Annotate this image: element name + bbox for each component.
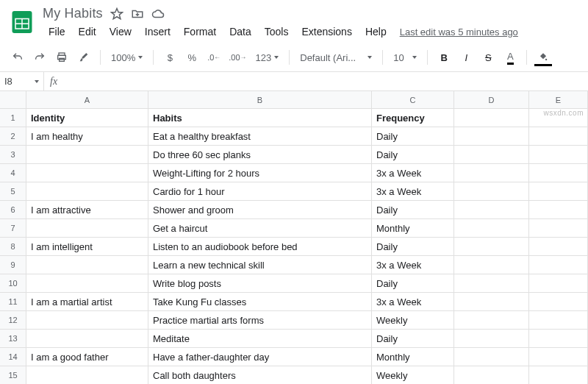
column-header[interactable]: A (26, 91, 148, 109)
cell[interactable] (454, 109, 529, 127)
cell[interactable] (454, 256, 529, 274)
cell[interactable]: Weekly (372, 311, 454, 330)
cell[interactable] (454, 366, 529, 384)
sheets-logo-icon[interactable] (9, 6, 35, 38)
row-header[interactable]: 3 (0, 146, 26, 164)
print-icon[interactable] (51, 48, 72, 67)
cell[interactable] (26, 256, 148, 274)
cell[interactable]: Daily (372, 238, 454, 256)
number-format-dropdown[interactable]: 123 (251, 48, 284, 67)
cell[interactable] (26, 164, 148, 182)
move-icon[interactable] (131, 7, 144, 21)
row-header[interactable]: 9 (0, 256, 26, 274)
row-header[interactable]: 1 (0, 109, 26, 127)
percent-button[interactable]: % (182, 48, 202, 67)
cell[interactable] (529, 366, 588, 384)
cell[interactable]: Monthly (372, 348, 454, 366)
spreadsheet-grid[interactable]: ABCDE1IdentityHabitsFrequency2I am healt… (0, 91, 588, 384)
cell[interactable]: Shower and groom (148, 201, 372, 219)
zoom-dropdown[interactable]: 100% (107, 48, 147, 67)
cell[interactable]: Daily (372, 274, 454, 293)
cell[interactable] (26, 219, 148, 238)
menu-view[interactable]: View (104, 23, 137, 40)
menu-data[interactable]: Data (223, 23, 257, 40)
cell[interactable]: Habits (148, 109, 372, 127)
font-size-dropdown[interactable]: 10 (389, 48, 421, 67)
row-header[interactable]: 10 (0, 274, 26, 293)
cell[interactable]: Daily (372, 330, 454, 348)
cell[interactable] (454, 293, 529, 311)
row-header[interactable]: 5 (0, 182, 26, 201)
last-edit-link[interactable]: Last edit was 5 minutes ago (400, 26, 518, 38)
cell[interactable]: I am attractive (26, 201, 148, 219)
cell[interactable]: 3x a Week (372, 256, 454, 274)
cell[interactable] (454, 311, 529, 330)
cell[interactable]: 3x a Week (372, 164, 454, 182)
row-header[interactable]: 14 (0, 348, 26, 366)
cell[interactable]: Eat a healthy breakfast (148, 127, 372, 146)
cell[interactable] (529, 127, 588, 146)
cell[interactable]: Do three 60 sec planks (148, 146, 372, 164)
cell[interactable]: Identity (26, 109, 148, 127)
cell[interactable]: Daily (372, 127, 454, 146)
cell[interactable] (529, 146, 588, 164)
cell[interactable] (529, 219, 588, 238)
cell[interactable] (26, 330, 148, 348)
cell[interactable]: Meditate (148, 330, 372, 348)
bold-button[interactable]: B (434, 48, 454, 67)
menu-edit[interactable]: Edit (73, 23, 102, 40)
cloud-status-icon[interactable] (151, 7, 165, 21)
cell[interactable] (529, 348, 588, 366)
cell[interactable]: I am a good father (26, 348, 148, 366)
menu-help[interactable]: Help (359, 23, 392, 40)
currency-button[interactable]: $ (159, 48, 180, 67)
cell[interactable] (454, 219, 529, 238)
cell[interactable]: Daily (372, 201, 454, 219)
cell[interactable]: Weight-Lifting for 2 hours (148, 164, 372, 182)
menu-insert[interactable]: Insert (139, 23, 176, 40)
row-header[interactable]: 2 (0, 127, 26, 146)
redo-icon[interactable] (29, 48, 50, 67)
cell[interactable] (26, 366, 148, 384)
cell[interactable]: Write blog posts (148, 274, 372, 293)
column-header[interactable]: E (529, 91, 588, 109)
menu-extensions[interactable]: Extensions (295, 23, 357, 40)
cell[interactable] (529, 238, 588, 256)
cell[interactable] (454, 330, 529, 348)
cell[interactable]: Take Kung Fu classes (148, 293, 372, 311)
italic-button[interactable]: I (456, 48, 476, 67)
name-box[interactable]: I8 (0, 72, 44, 90)
cell[interactable]: Daily (372, 146, 454, 164)
undo-icon[interactable] (7, 48, 28, 67)
cell[interactable]: 3x a Week (372, 293, 454, 311)
cell[interactable]: Get a haircut (148, 219, 372, 238)
strikethrough-button[interactable]: S (478, 48, 498, 67)
font-dropdown[interactable]: Default (Ari... (295, 48, 376, 67)
row-header[interactable]: 7 (0, 219, 26, 238)
row-header[interactable]: 4 (0, 164, 26, 182)
cell[interactable] (454, 274, 529, 293)
select-all-corner[interactable] (0, 91, 26, 109)
cell[interactable] (454, 348, 529, 366)
row-header[interactable]: 12 (0, 311, 26, 330)
cell[interactable]: Weekly (372, 366, 454, 384)
cell[interactable]: Monthly (372, 219, 454, 238)
cell[interactable] (529, 330, 588, 348)
row-header[interactable]: 13 (0, 330, 26, 348)
cell[interactable] (26, 311, 148, 330)
cell[interactable] (26, 274, 148, 293)
cell[interactable]: Learn a new technical skill (148, 256, 372, 274)
decrease-decimal-button[interactable]: .0← (204, 48, 224, 67)
cell[interactable]: Have a father-daughter day (148, 348, 372, 366)
menu-tools[interactable]: Tools (259, 23, 295, 40)
cell[interactable] (454, 127, 529, 146)
formula-input[interactable] (63, 72, 588, 90)
column-header[interactable]: C (372, 91, 454, 109)
paint-format-icon[interactable] (74, 48, 94, 67)
column-header[interactable]: D (454, 91, 529, 109)
increase-decimal-button[interactable]: .00→ (226, 48, 249, 67)
star-icon[interactable] (110, 7, 123, 21)
cell[interactable]: I am healthy (26, 127, 148, 146)
cell[interactable] (529, 274, 588, 293)
row-header[interactable]: 11 (0, 293, 26, 311)
